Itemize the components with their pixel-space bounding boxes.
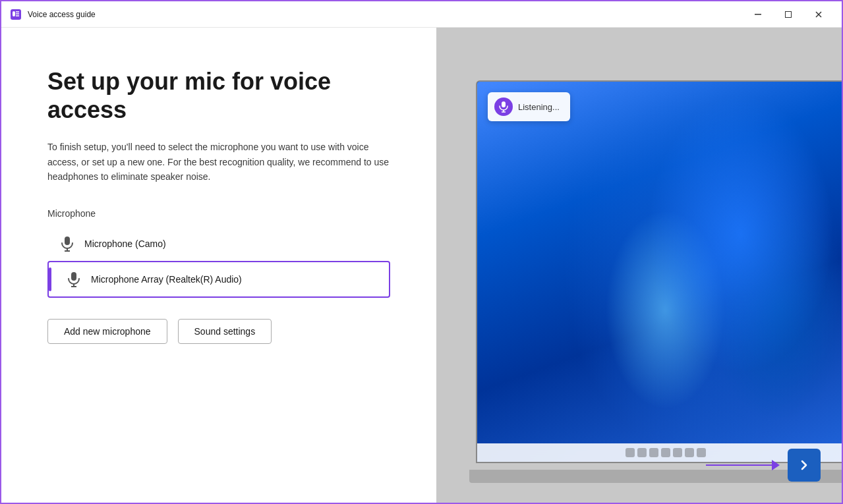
taskbar-icon-1 xyxy=(625,448,635,457)
screen-area: Listening... xyxy=(476,80,842,463)
microphone-list: Microphone (Camo) Microphone Array (Real… xyxy=(47,227,390,298)
listening-bar: Listening... xyxy=(488,92,570,121)
close-button[interactable] xyxy=(803,5,834,24)
window-title: Voice access guide xyxy=(28,10,743,19)
taskbar-icon-2 xyxy=(637,448,647,457)
taskbar-icon-5 xyxy=(673,448,682,457)
selection-indicator xyxy=(49,267,51,291)
title-bar: Voice access guide xyxy=(1,1,842,28)
nav-arrow-decoration xyxy=(706,460,780,470)
action-buttons: Add new microphone Sound settings xyxy=(47,319,390,344)
laptop-preview: Listening... xyxy=(456,80,842,503)
microphone-item-camo[interactable]: Microphone (Camo) xyxy=(47,227,390,261)
svg-rect-2 xyxy=(755,14,761,15)
maximize-button[interactable] xyxy=(773,5,803,24)
taskbar-icon-3 xyxy=(649,448,658,457)
description-text: To finish setup, you'll need to select t… xyxy=(47,140,390,184)
add-microphone-button[interactable]: Add new microphone xyxy=(47,319,167,344)
svg-rect-3 xyxy=(786,11,792,17)
listening-mic-icon xyxy=(494,98,513,116)
sound-settings-button[interactable]: Sound settings xyxy=(178,319,272,344)
navigation-area xyxy=(706,449,821,482)
taskbar-icon-6 xyxy=(685,448,694,457)
microphone-item-realtek[interactable]: Microphone Array (Realtek(R) Audio) xyxy=(47,261,390,298)
right-panel: Listening... xyxy=(436,28,842,503)
svg-rect-1 xyxy=(13,11,15,16)
minimize-button[interactable] xyxy=(743,5,773,24)
mic-icon xyxy=(58,235,76,253)
app-window: Voice access guide Set up your mic for v… xyxy=(0,0,843,504)
window-controls xyxy=(743,5,834,24)
laptop-frame: Listening... xyxy=(456,80,842,503)
svg-rect-0 xyxy=(11,9,21,20)
taskbar-icon-4 xyxy=(661,448,670,457)
arrow-head xyxy=(772,460,780,470)
screen-wallpaper: Listening... xyxy=(477,82,842,462)
taskbar-icon-7 xyxy=(697,448,706,457)
mic-name-camo: Microphone (Camo) xyxy=(84,238,166,249)
svg-rect-6 xyxy=(65,237,70,245)
svg-rect-9 xyxy=(71,272,76,281)
page-title: Set up your mic for voice access xyxy=(47,67,390,124)
mic-icon-realtek xyxy=(65,270,83,289)
mic-name-realtek: Microphone Array (Realtek(R) Audio) xyxy=(91,274,242,285)
arrow-line xyxy=(706,464,772,466)
left-panel: Set up your mic for voice access To fini… xyxy=(1,28,436,503)
wallpaper-flower xyxy=(477,82,842,462)
microphone-section-label: Microphone xyxy=(47,208,390,219)
listening-text: Listening... xyxy=(518,102,560,112)
content-area: Set up your mic for voice access To fini… xyxy=(1,28,842,503)
svg-rect-12 xyxy=(502,101,506,107)
next-button[interactable] xyxy=(788,449,821,482)
app-icon xyxy=(9,8,22,21)
